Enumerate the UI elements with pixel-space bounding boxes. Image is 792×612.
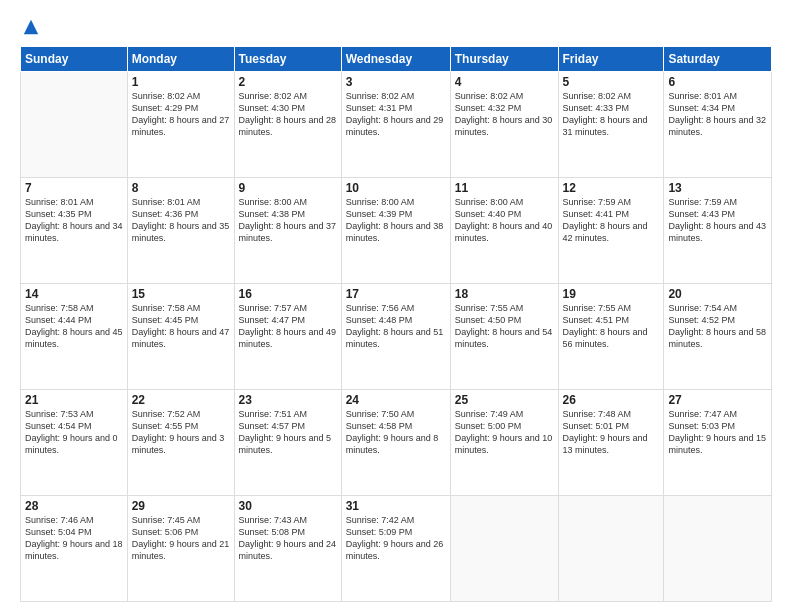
daylight-text: Daylight: 9 hours and 26 minutes. [346,539,444,561]
sunrise-text: Sunrise: 8:01 AM [25,197,94,207]
sunset-text: Sunset: 5:04 PM [25,527,92,537]
calendar-cell [558,496,664,602]
day-number: 12 [563,181,660,195]
sunset-text: Sunset: 4:29 PM [132,103,199,113]
daylight-text: Daylight: 8 hours and 58 minutes. [668,327,766,349]
day-number: 16 [239,287,337,301]
day-number: 14 [25,287,123,301]
day-number: 25 [455,393,554,407]
calendar-cell: 16Sunrise: 7:57 AMSunset: 4:47 PMDayligh… [234,284,341,390]
day-info: Sunrise: 7:45 AMSunset: 5:06 PMDaylight:… [132,514,230,563]
day-number: 22 [132,393,230,407]
day-info: Sunrise: 7:55 AMSunset: 4:51 PMDaylight:… [563,302,660,351]
sunset-text: Sunset: 4:36 PM [132,209,199,219]
calendar-cell: 29Sunrise: 7:45 AMSunset: 5:06 PMDayligh… [127,496,234,602]
sunrise-text: Sunrise: 7:58 AM [132,303,201,313]
calendar: SundayMondayTuesdayWednesdayThursdayFrid… [20,46,772,602]
daylight-text: Daylight: 8 hours and 28 minutes. [239,115,337,137]
daylight-text: Daylight: 8 hours and 42 minutes. [563,221,648,243]
day-number: 26 [563,393,660,407]
calendar-cell: 14Sunrise: 7:58 AMSunset: 4:44 PMDayligh… [21,284,128,390]
day-number: 30 [239,499,337,513]
day-info: Sunrise: 7:55 AMSunset: 4:50 PMDaylight:… [455,302,554,351]
day-number: 15 [132,287,230,301]
day-info: Sunrise: 7:51 AMSunset: 4:57 PMDaylight:… [239,408,337,457]
calendar-cell: 5Sunrise: 8:02 AMSunset: 4:33 PMDaylight… [558,72,664,178]
sunset-text: Sunset: 4:50 PM [455,315,522,325]
day-number: 17 [346,287,446,301]
calendar-cell: 21Sunrise: 7:53 AMSunset: 4:54 PMDayligh… [21,390,128,496]
daylight-text: Daylight: 8 hours and 49 minutes. [239,327,337,349]
day-info: Sunrise: 7:58 AMSunset: 4:44 PMDaylight:… [25,302,123,351]
daylight-text: Daylight: 9 hours and 10 minutes. [455,433,553,455]
day-info: Sunrise: 7:53 AMSunset: 4:54 PMDaylight:… [25,408,123,457]
calendar-cell: 1Sunrise: 8:02 AMSunset: 4:29 PMDaylight… [127,72,234,178]
daylight-text: Daylight: 9 hours and 5 minutes. [239,433,332,455]
svg-marker-0 [24,20,38,34]
sunset-text: Sunset: 4:57 PM [239,421,306,431]
day-number: 19 [563,287,660,301]
sunset-text: Sunset: 5:09 PM [346,527,413,537]
day-info: Sunrise: 8:02 AMSunset: 4:29 PMDaylight:… [132,90,230,139]
sunset-text: Sunset: 4:30 PM [239,103,306,113]
calendar-cell: 28Sunrise: 7:46 AMSunset: 5:04 PMDayligh… [21,496,128,602]
calendar-cell: 2Sunrise: 8:02 AMSunset: 4:30 PMDaylight… [234,72,341,178]
day-number: 11 [455,181,554,195]
day-number: 5 [563,75,660,89]
daylight-text: Daylight: 9 hours and 18 minutes. [25,539,123,561]
sunset-text: Sunset: 4:52 PM [668,315,735,325]
day-info: Sunrise: 7:56 AMSunset: 4:48 PMDaylight:… [346,302,446,351]
calendar-cell [21,72,128,178]
calendar-cell: 20Sunrise: 7:54 AMSunset: 4:52 PMDayligh… [664,284,772,390]
sunset-text: Sunset: 4:31 PM [346,103,413,113]
daylight-text: Daylight: 8 hours and 27 minutes. [132,115,230,137]
calendar-cell: 11Sunrise: 8:00 AMSunset: 4:40 PMDayligh… [450,178,558,284]
sunrise-text: Sunrise: 7:59 AM [563,197,632,207]
weekday-header-row: SundayMondayTuesdayWednesdayThursdayFrid… [21,47,772,72]
day-info: Sunrise: 7:48 AMSunset: 5:01 PMDaylight:… [563,408,660,457]
daylight-text: Daylight: 8 hours and 32 minutes. [668,115,766,137]
calendar-cell [664,496,772,602]
daylight-text: Daylight: 8 hours and 38 minutes. [346,221,444,243]
day-number: 4 [455,75,554,89]
sunset-text: Sunset: 4:54 PM [25,421,92,431]
calendar-cell: 23Sunrise: 7:51 AMSunset: 4:57 PMDayligh… [234,390,341,496]
sunrise-text: Sunrise: 8:01 AM [668,91,737,101]
day-number: 2 [239,75,337,89]
sunset-text: Sunset: 5:08 PM [239,527,306,537]
sunrise-text: Sunrise: 8:00 AM [346,197,415,207]
week-row-5: 28Sunrise: 7:46 AMSunset: 5:04 PMDayligh… [21,496,772,602]
day-number: 10 [346,181,446,195]
calendar-cell: 19Sunrise: 7:55 AMSunset: 4:51 PMDayligh… [558,284,664,390]
weekday-header-monday: Monday [127,47,234,72]
day-info: Sunrise: 8:02 AMSunset: 4:32 PMDaylight:… [455,90,554,139]
sunset-text: Sunset: 4:34 PM [668,103,735,113]
daylight-text: Daylight: 9 hours and 21 minutes. [132,539,230,561]
sunset-text: Sunset: 4:40 PM [455,209,522,219]
daylight-text: Daylight: 8 hours and 37 minutes. [239,221,337,243]
week-row-4: 21Sunrise: 7:53 AMSunset: 4:54 PMDayligh… [21,390,772,496]
calendar-cell: 9Sunrise: 8:00 AMSunset: 4:38 PMDaylight… [234,178,341,284]
sunrise-text: Sunrise: 8:02 AM [455,91,524,101]
day-info: Sunrise: 8:02 AMSunset: 4:31 PMDaylight:… [346,90,446,139]
sunrise-text: Sunrise: 7:42 AM [346,515,415,525]
day-info: Sunrise: 8:02 AMSunset: 4:33 PMDaylight:… [563,90,660,139]
page: SundayMondayTuesdayWednesdayThursdayFrid… [0,0,792,612]
sunset-text: Sunset: 4:58 PM [346,421,413,431]
day-number: 29 [132,499,230,513]
day-info: Sunrise: 7:52 AMSunset: 4:55 PMDaylight:… [132,408,230,457]
sunrise-text: Sunrise: 8:02 AM [239,91,308,101]
sunrise-text: Sunrise: 7:49 AM [455,409,524,419]
sunrise-text: Sunrise: 7:43 AM [239,515,308,525]
daylight-text: Daylight: 9 hours and 13 minutes. [563,433,648,455]
day-info: Sunrise: 7:57 AMSunset: 4:47 PMDaylight:… [239,302,337,351]
daylight-text: Daylight: 9 hours and 24 minutes. [239,539,337,561]
day-number: 21 [25,393,123,407]
sunrise-text: Sunrise: 7:58 AM [25,303,94,313]
day-info: Sunrise: 7:46 AMSunset: 5:04 PMDaylight:… [25,514,123,563]
calendar-cell: 30Sunrise: 7:43 AMSunset: 5:08 PMDayligh… [234,496,341,602]
day-info: Sunrise: 8:00 AMSunset: 4:39 PMDaylight:… [346,196,446,245]
calendar-cell: 17Sunrise: 7:56 AMSunset: 4:48 PMDayligh… [341,284,450,390]
sunrise-text: Sunrise: 8:02 AM [132,91,201,101]
daylight-text: Daylight: 8 hours and 51 minutes. [346,327,444,349]
